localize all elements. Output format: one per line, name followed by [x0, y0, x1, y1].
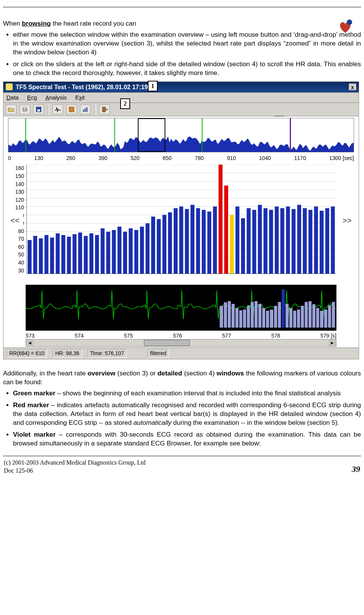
overview-pane: 0 130 260 390 520 650 780 910 1040 1170 …	[3, 116, 359, 162]
svg-rect-38	[78, 233, 82, 274]
tick: 579 [s]	[320, 332, 336, 339]
toolbar-separator	[94, 104, 96, 114]
svg-rect-46	[123, 232, 127, 274]
app-icon	[6, 83, 13, 90]
tick: 780	[195, 155, 204, 162]
grid-icon[interactable]	[66, 104, 77, 114]
svg-rect-41	[95, 235, 99, 274]
svg-rect-60	[202, 210, 206, 274]
page-number: 39	[352, 463, 360, 475]
status-rr: RR(684) = 610	[7, 349, 47, 358]
top-bullet-list: either move the selection window within …	[13, 31, 361, 78]
intro-browsing: browsing	[22, 20, 51, 27]
svg-rect-53	[162, 215, 166, 274]
svg-rect-1	[23, 109, 27, 111]
tick: 650	[163, 155, 171, 162]
svg-rect-8	[87, 108, 88, 112]
svg-rect-34	[56, 233, 60, 274]
svg-rect-74	[280, 208, 284, 274]
svg-rect-58	[191, 205, 194, 274]
tick: 1170	[294, 155, 306, 162]
tick: 160	[10, 165, 24, 172]
scroll-right-button[interactable]: >>	[339, 212, 356, 229]
app-window: 1 2 3 4 5 & 6 TF5 Spectral Test - Test (…	[3, 82, 359, 360]
svg-rect-4	[37, 109, 40, 111]
tick: 50	[10, 251, 24, 258]
tick: 0	[8, 155, 11, 162]
ecg-scrollbar[interactable]: ◄ ►	[26, 339, 336, 347]
waveform-icon[interactable]	[52, 104, 63, 114]
menu-analysis[interactable]: AnalysisAnalysis	[46, 94, 67, 101]
svg-rect-39	[84, 236, 88, 274]
callout-2: 2	[120, 98, 130, 109]
svg-rect-70	[258, 205, 262, 274]
tick: 910	[227, 155, 236, 162]
svg-rect-61	[207, 212, 211, 274]
overview-x-axis: 0 130 260 390 520 650 780 910 1040 1170 …	[8, 155, 354, 162]
tick: 30	[10, 267, 24, 274]
statusbar: RR(684) = 610 HR: 98,36 Time: 576,107 fi…	[3, 347, 359, 359]
svg-rect-55	[174, 208, 178, 274]
svg-rect-83	[331, 207, 335, 274]
svg-rect-52	[157, 219, 161, 274]
scroll-arrow-right-icon[interactable]: ►	[328, 339, 336, 346]
svg-rect-6	[83, 110, 84, 112]
svg-rect-50	[145, 223, 149, 274]
status-time: Time: 576,107	[87, 349, 127, 358]
svg-rect-75	[286, 207, 290, 274]
save-icon[interactable]	[33, 104, 44, 114]
tick: 260	[66, 155, 75, 162]
svg-rect-66	[235, 207, 239, 274]
tick: 130	[34, 155, 43, 162]
footer-doc-id: Doc 125-06	[4, 467, 145, 475]
svg-rect-82	[325, 208, 329, 274]
chart-icon[interactable]	[80, 104, 91, 114]
intro-prefix: When	[3, 20, 22, 27]
intro-suffix: the heart rate record you can	[51, 20, 136, 27]
scroll-left-button[interactable]: <<	[7, 212, 23, 229]
tick: 574	[75, 332, 83, 339]
detailed-pane: 160 150 140 130 120 110 100 90 80 70 60 …	[3, 162, 359, 285]
ecg-x-axis: 573 574 575 576 577 578 579 [s]	[26, 332, 336, 339]
print-icon[interactable]	[20, 104, 30, 114]
footer-copyright: (c) 2001-2003 Advanced Medical Diagnosti…	[4, 458, 145, 467]
menu-exit[interactable]: ExitExit	[75, 94, 85, 101]
svg-rect-5	[69, 107, 74, 112]
tick: 1300 [sec]	[329, 155, 354, 162]
overview-plot[interactable]	[8, 118, 354, 152]
menu-data[interactable]: DDataata	[7, 94, 19, 101]
svg-rect-63	[219, 165, 222, 274]
svg-rect-69	[252, 210, 256, 274]
open-icon[interactable]	[6, 104, 16, 114]
marker-item: Red marker – indicates artefacts automat…	[13, 401, 361, 427]
tick: 520	[131, 155, 139, 162]
svg-rect-49	[140, 227, 144, 274]
svg-rect-7	[85, 109, 86, 112]
scroll-arrow-left-icon[interactable]: ◄	[26, 339, 34, 346]
callout-1: 1	[148, 81, 158, 91]
menu-ecg[interactable]: EcgEcg	[27, 94, 37, 101]
tick: 60	[10, 243, 24, 251]
door-exit-icon[interactable]	[99, 104, 110, 114]
svg-rect-33	[50, 238, 54, 274]
tick: 110	[10, 204, 24, 211]
close-button[interactable]: x	[349, 83, 356, 90]
window-title: TF5 Spectral Test - Test (1962), 28.01.0…	[16, 83, 157, 91]
svg-rect-45	[118, 227, 121, 274]
svg-rect-71	[263, 208, 267, 274]
ecg-plot[interactable]	[26, 285, 336, 331]
tick: 120	[10, 196, 24, 204]
svg-rect-78	[303, 208, 307, 274]
svg-rect-36	[67, 237, 71, 274]
svg-rect-37	[73, 234, 77, 274]
svg-rect-30	[33, 236, 37, 274]
selection-box[interactable]	[138, 118, 165, 152]
detailed-plot[interactable]	[26, 165, 336, 274]
svg-rect-62	[213, 207, 217, 274]
scroll-thumb[interactable]	[144, 340, 190, 346]
bullet-item: either move the selection window within …	[13, 31, 361, 57]
bullet-item: or click on the sliders at the left or r…	[13, 60, 361, 78]
status-mode: filtered	[147, 349, 169, 358]
svg-rect-80	[314, 207, 318, 274]
svg-rect-68	[246, 208, 250, 274]
